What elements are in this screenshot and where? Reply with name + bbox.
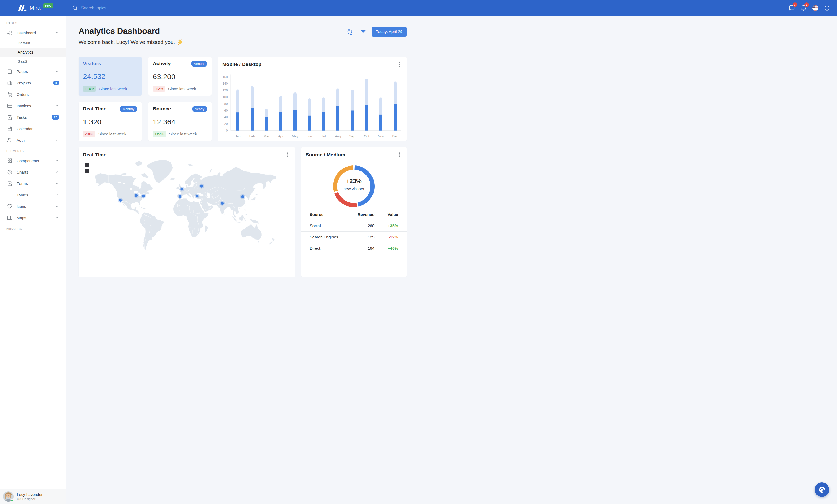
map-marker-istanbul[interactable]: [196, 194, 199, 198]
map-marker-london[interactable]: [180, 188, 183, 190]
credit-card-icon: [7, 104, 12, 108]
y-axis-label: 60: [224, 109, 228, 112]
bar-desktop-jan: [236, 89, 239, 112]
bar-chart-menu-button[interactable]: [396, 61, 403, 68]
chevron-up-icon: [55, 31, 59, 35]
sidebar-item-icons[interactable]: Icons: [0, 201, 66, 212]
sidebar-section: PAGESDashboardDefaultAnalyticsSaaSPagesP…: [0, 19, 66, 146]
sidebar-item-badge: 17: [52, 115, 59, 119]
sidebar-item-pages[interactable]: Pages: [0, 66, 66, 77]
stat-caption: Since last week: [168, 87, 196, 91]
sidebar-item-forms[interactable]: Forms: [0, 178, 66, 189]
sidebar-item-dashboard[interactable]: Dashboard: [0, 27, 66, 38]
sidebar-item-invoices[interactable]: Invoices: [0, 100, 66, 111]
bar-desktop-may: [293, 93, 297, 110]
map-icon: [7, 216, 12, 220]
stat-value: 63.200: [153, 73, 207, 81]
map-marker-chicago[interactable]: [135, 194, 138, 197]
welcome-text: Welcome back, Lucy! We've missed you.: [78, 39, 175, 45]
chev-down-icon: [55, 138, 59, 142]
sidebar-item-tables[interactable]: Tables: [0, 189, 66, 201]
navbar: Mira PRO 3 7: [0, 0, 418, 16]
realtime-map-card: Real-Time + −: [78, 147, 295, 252]
bar-mobile-apr: [279, 112, 282, 131]
briefcase-icon: [7, 80, 12, 86]
sidebar-item-charts[interactable]: Charts: [0, 166, 66, 178]
map-marker-los-angeles[interactable]: [119, 199, 122, 202]
map-title: Real-Time: [83, 152, 291, 158]
sidebar-item-label: Maps: [17, 216, 55, 220]
sidebar-subitem-analytics[interactable]: Analytics: [0, 48, 66, 57]
sidebar-subitem-default[interactable]: Default: [0, 38, 66, 48]
sidebar-subitem-label: SaaS: [18, 59, 27, 63]
stat-caption: Since last week: [99, 87, 127, 91]
chevron-down-icon: [55, 193, 59, 197]
bar-desktop-nov: [379, 97, 382, 115]
chevron-down-icon: [55, 158, 59, 163]
table-row-direct: Direct164+46%: [301, 243, 407, 252]
sidebar-item-label: Tables: [17, 193, 55, 197]
sidebar-item-orders[interactable]: Orders: [0, 89, 66, 100]
filter-button[interactable]: [358, 27, 368, 37]
bar-desktop-feb: [251, 86, 254, 108]
stat-card-activity: Activity Annual 63.200 -12% Since last w…: [148, 57, 212, 96]
brand[interactable]: Mira PRO: [0, 4, 66, 12]
bar-desktop-apr: [279, 96, 282, 112]
mobile-desktop-card: Mobile / Desktop 020406080100120140160Ja…: [218, 57, 407, 141]
main-content: Analytics Dashboard Welcome back, Lucy! …: [66, 16, 418, 252]
bar-mobile-feb: [251, 108, 254, 130]
y-axis-label: 20: [224, 122, 228, 126]
column-header: Value: [375, 212, 398, 217]
stat-period-pill[interactable]: Monthly: [120, 106, 137, 112]
sidebar-item-components[interactable]: Components: [0, 155, 66, 166]
bar-desktop-mar: [265, 109, 268, 117]
today-button[interactable]: Today: April 29: [372, 27, 407, 37]
chev-down-icon: [55, 204, 59, 208]
x-axis-label: Apr: [278, 134, 284, 138]
bar-mobile-nov: [379, 115, 382, 131]
x-axis-label: Aug: [335, 134, 341, 138]
x-axis-label: Mar: [264, 134, 270, 138]
stat-period-pill[interactable]: Annual: [191, 61, 207, 67]
map-menu-button[interactable]: [285, 152, 291, 158]
map-marker-moscow[interactable]: [200, 185, 203, 188]
y-axis-label: 80: [224, 102, 228, 106]
stat-change-badge: -12%: [153, 86, 165, 92]
sidebar-subitem-saas[interactable]: SaaS: [0, 57, 66, 66]
cart-icon: [7, 92, 12, 97]
world-map[interactable]: [88, 159, 276, 252]
search-input[interactable]: [81, 6, 149, 11]
sidebar-item-label: Forms: [17, 181, 55, 186]
bar-desktop-aug: [336, 88, 339, 106]
sidebar-subitem-label: Analytics: [18, 50, 33, 54]
donut-caption: new visitors: [328, 187, 380, 191]
stat-period-pill[interactable]: Yearly: [192, 106, 207, 112]
sidebar-item-tasks[interactable]: Tasks17: [0, 111, 66, 123]
sidebar-section-label: ELEMENTS: [0, 147, 66, 155]
page-title: Analytics Dashboard: [78, 26, 183, 36]
brand-pro-badge: PRO: [43, 3, 54, 8]
sidebar-nav: PAGESDashboardDefaultAnalyticsSaaSPagesP…: [0, 19, 66, 232]
table-row-search-engines: Search Engines125-12%: [301, 231, 407, 243]
map-zoom-in-button[interactable]: +: [85, 163, 89, 167]
map-marker-madrid[interactable]: [179, 195, 181, 198]
stat-title: Activity: [153, 61, 171, 67]
chev-down-icon: [55, 69, 59, 74]
sidebar-item-auth[interactable]: Auth: [0, 134, 66, 146]
x-axis-label: Dec: [392, 134, 398, 138]
sidebar-item-calendar[interactable]: Calendar: [0, 123, 66, 134]
refresh-button[interactable]: [345, 27, 355, 37]
sliders-icon: [7, 31, 12, 35]
bar-desktop-jun: [308, 98, 311, 116]
bar-mobile-aug: [336, 106, 339, 131]
mira-logo-icon: [17, 5, 27, 12]
map-marker-new-delhi[interactable]: [221, 202, 224, 205]
search-icon: [72, 5, 78, 11]
stat-value: 24.532: [83, 73, 137, 81]
sidebar-item-projects[interactable]: Projects8: [0, 77, 66, 89]
map-marker-new-york[interactable]: [142, 195, 145, 198]
map-zoom-out-button[interactable]: −: [85, 169, 89, 173]
map-marker-beijing[interactable]: [241, 195, 244, 198]
sidebar-item-maps[interactable]: Maps: [0, 212, 66, 223]
kebab-icon: [287, 152, 288, 157]
